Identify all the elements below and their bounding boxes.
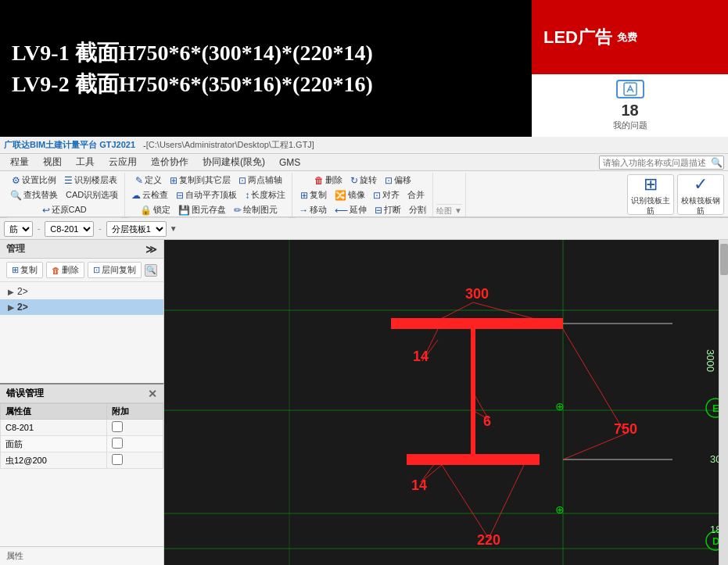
toolbar: ⚙设置比例 ☰识别楼层表 🔍查找替换 CAD识别选项 ↩还原CAD 图纸操作 ▼… (0, 171, 728, 218)
align-icon: ⊟ (176, 190, 184, 201)
svg-text:⊕: ⊕ (555, 503, 565, 516)
btn-draw-elem[interactable]: ✏绘制图元 (231, 202, 281, 217)
menu-zaojia[interactable]: 造价协作 (145, 154, 195, 170)
mirror-icon: 🔀 (335, 190, 346, 201)
btn-align[interactable]: ⊡对齐 (370, 188, 403, 202)
prop-extra-2 (106, 436, 163, 452)
btn-verify-raft-rebar[interactable]: ✓ 校核筏板钢筋 (677, 174, 724, 215)
layer-select[interactable]: 分层筏板1 (106, 221, 167, 237)
menu-xietong[interactable]: 协同建模(限免) (196, 154, 271, 170)
btn-length-mark[interactable]: ↕长度标注 (242, 188, 289, 202)
extra-checkbox-3[interactable] (112, 454, 123, 465)
rebar-type-select[interactable]: 筋 (4, 221, 33, 237)
group4-label: 绘图 ▼ (436, 204, 462, 216)
search-input[interactable] (603, 158, 711, 167)
menu-chengliang[interactable]: 程量 (4, 154, 35, 170)
break-icon: ⊟ (375, 205, 382, 216)
btn-merge[interactable]: 合并 (404, 188, 428, 202)
btn-offset[interactable]: ⊡偏移 (382, 173, 414, 188)
svg-text:3000: 3000 (705, 349, 716, 372)
btn-find-replace[interactable]: 🔍查找替换 (7, 188, 61, 202)
btn-set-scale[interactable]: ⚙设置比例 (9, 173, 59, 188)
extra-checkbox-1[interactable] (112, 421, 123, 432)
btn-panel-delete[interactable]: 🗑 删除 (46, 262, 84, 278)
extra-checkbox-2[interactable] (112, 438, 123, 449)
bottom-panel-title: 错误管理 (6, 387, 44, 400)
btn-identify-raft-main[interactable]: ⊞ 识别筏板主筋 (627, 174, 674, 215)
toolbar-row3: →移动 ⟵延伸 ⊟打断 分割 (296, 202, 429, 217)
titlebar: 广联达BIM土建计量平台 GTJ2021 - [C:\Users\Adminis… (0, 137, 728, 154)
toolbar-group-tuzhicaozuo: ⚙设置比例 ☰识别楼层表 🔍查找替换 CAD识别选项 ↩还原CAD 图纸操作 ▼ (4, 173, 125, 216)
ad-icon (616, 80, 644, 98)
panel-footer-label: 属性 (0, 546, 163, 565)
toolbar-row2: 🔍查找替换 CAD识别选项 (7, 188, 121, 202)
btn-two-point[interactable]: ⊡两点辅轴 (235, 173, 285, 188)
btn-split[interactable]: 分割 (406, 202, 429, 217)
toolbar-group-huitu: 绘图 ▼ (433, 173, 466, 216)
btn-break[interactable]: ⊟打断 (371, 202, 404, 217)
save-icon: 💾 (178, 205, 190, 216)
btn-identify-floor[interactable]: ☰识别楼层表 (61, 173, 120, 188)
section-title-line1: LV9-1 截面H750*6*(300*14)*(220*14) (12, 38, 520, 68)
lock-icon: 🔒 (140, 205, 152, 216)
panel-item-2[interactable]: ▶ 2> (0, 299, 163, 315)
btn-panel-copy[interactable]: ⊞ 复制 (6, 262, 43, 278)
raft-main-icon: ⊞ (644, 173, 658, 196)
btn-lock[interactable]: 🔒锁定 (137, 202, 174, 217)
btn-mirror[interactable]: 🔀镜像 (332, 188, 368, 202)
search-icon: 🔍 (711, 157, 723, 168)
separator2: - (99, 224, 101, 233)
toolbar-row1: ⚙设置比例 ☰识别楼层表 (9, 173, 120, 188)
btn-cloud-check[interactable]: ☁云检查 (128, 188, 171, 202)
toolbar-row1: ✎定义 ⊞复制到其它层 ⊡两点辅轴 (132, 173, 285, 188)
btn-delete[interactable]: 🗑删除 (311, 173, 346, 188)
menu-yunyingyong[interactable]: 云应用 (102, 154, 143, 170)
btn-extend[interactable]: ⟵延伸 (332, 202, 370, 217)
menu-shitu[interactable]: 视图 (37, 154, 68, 170)
svg-rect-2 (164, 240, 728, 565)
panel-item-1[interactable]: ▶ 2> (0, 284, 163, 299)
panel-expand-btn[interactable]: ≫ (145, 243, 157, 256)
prop-extra-1 (106, 420, 163, 436)
btn-cad-options[interactable]: CAD识别选项 (63, 188, 121, 202)
vertical-scrollbar[interactable] (719, 240, 728, 565)
expand-arrow: ▼ (170, 224, 178, 233)
panel-search-btn[interactable]: 🔍 (145, 264, 157, 277)
table-row: 虫12@200 (1, 452, 163, 469)
rebar-code-select[interactable]: C8-201 (45, 221, 94, 237)
copy-sm-icon: ⊞ (12, 265, 19, 275)
ad-count: 18 (621, 102, 638, 120)
search-box[interactable]: 🔍 (599, 156, 724, 170)
btn-copy-layer[interactable]: ⊞复制到其它层 (167, 173, 234, 188)
restore-icon: ↩ (42, 205, 50, 216)
btn-copy[interactable]: ⊞复制 (297, 188, 330, 202)
prop-val-1: C8-201 (1, 420, 107, 436)
btn-save-elem[interactable]: 💾图元存盘 (175, 202, 229, 217)
btn-move[interactable]: →移动 (296, 202, 330, 217)
rotate-icon: ↻ (350, 175, 358, 186)
draw-icon: ✏ (234, 205, 242, 216)
find-icon: 🔍 (10, 190, 22, 201)
scrollbar-thumb[interactable] (720, 244, 728, 275)
btn-rotate[interactable]: ↻旋转 (347, 173, 380, 188)
toolbar-row2: ☁云检查 ⊟自动平齐顶板 ↕长度标注 (128, 188, 289, 202)
twopoint-icon: ⊡ (238, 175, 246, 186)
ad-top-text: LED广告 免费 (532, 0, 728, 74)
menu-gongju[interactable]: 工具 (70, 154, 101, 170)
btn-define[interactable]: ✎定义 (132, 173, 165, 188)
section-title-line2: LV9-2 截面H750*6*(350*16)*(220*16) (12, 69, 520, 99)
btn-panel-layer-copy[interactable]: ⊡ 层间复制 (88, 262, 142, 278)
floor-icon: ☰ (64, 175, 73, 186)
ad-bottom: 18 我的问题 (532, 74, 728, 137)
scale-icon: ⚙ (12, 175, 20, 186)
prop-val-2: 面筋 (1, 436, 107, 452)
btn-restore-cad[interactable]: ↩还原CAD (39, 202, 90, 217)
canvas-svg: 300 14 6 750 14 220 3000 3000 18000 E D … (164, 240, 728, 565)
menu-gms[interactable]: GMS (273, 156, 307, 170)
col-extra: 附加 (106, 404, 163, 420)
move-icon: → (299, 205, 308, 216)
toolbar-row1: 🗑删除 ↻旋转 ⊡偏移 (311, 173, 414, 188)
main-canvas: 300 14 6 750 14 220 3000 3000 18000 E D … (164, 240, 728, 565)
btn-auto-align[interactable]: ⊟自动平齐顶板 (173, 188, 240, 202)
close-panel-btn[interactable]: ✕ (148, 388, 157, 400)
